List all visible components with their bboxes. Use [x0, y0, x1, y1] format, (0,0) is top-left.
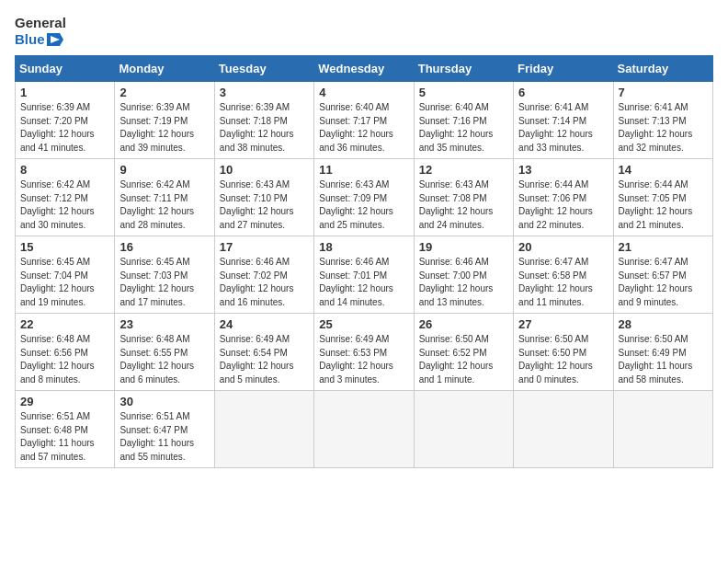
- day-number: 10: [220, 163, 309, 177]
- day-info: Sunrise: 6:42 AMSunset: 7:12 PMDaylight:…: [20, 178, 109, 232]
- page-header: General Blue: [15, 15, 713, 48]
- day-number: 27: [518, 317, 608, 331]
- day-number: 11: [319, 163, 408, 177]
- calendar-day-cell: 26Sunrise: 6:50 AMSunset: 6:52 PMDayligh…: [414, 314, 513, 391]
- calendar-table: SundayMondayTuesdayWednesdayThursdayFrid…: [15, 55, 713, 468]
- day-info: Sunrise: 6:49 AMSunset: 6:53 PMDaylight:…: [319, 333, 408, 386]
- day-info: Sunrise: 6:48 AMSunset: 6:56 PMDaylight:…: [20, 333, 109, 386]
- day-info: Sunrise: 6:46 AMSunset: 7:01 PMDaylight:…: [319, 256, 408, 309]
- calendar-day-cell: 22Sunrise: 6:48 AMSunset: 6:56 PMDayligh…: [16, 314, 115, 391]
- day-number: 17: [220, 240, 309, 254]
- day-number: 24: [220, 317, 309, 331]
- day-info: Sunrise: 6:51 AMSunset: 6:48 PMDaylight:…: [20, 410, 109, 464]
- day-info: Sunrise: 6:46 AMSunset: 7:00 PMDaylight:…: [419, 256, 508, 309]
- calendar-day-cell: 14Sunrise: 6:44 AMSunset: 7:05 PMDayligh…: [613, 159, 712, 236]
- day-number: 12: [419, 163, 508, 177]
- calendar-week-row: 1Sunrise: 6:39 AMSunset: 7:20 PMDaylight…: [16, 82, 713, 159]
- day-number: 1: [20, 86, 109, 99]
- weekday-header-sunday: Sunday: [16, 56, 115, 82]
- calendar-day-cell: [314, 391, 414, 468]
- calendar-day-cell: 10Sunrise: 6:43 AMSunset: 7:10 PMDayligh…: [214, 159, 313, 236]
- day-number: 18: [319, 240, 408, 254]
- calendar-day-cell: 3Sunrise: 6:39 AMSunset: 7:18 PMDaylight…: [214, 82, 313, 159]
- calendar-day-cell: 15Sunrise: 6:45 AMSunset: 7:04 PMDayligh…: [16, 236, 115, 314]
- calendar-day-cell: 16Sunrise: 6:45 AMSunset: 7:03 PMDayligh…: [115, 236, 214, 314]
- day-number: 25: [319, 317, 408, 331]
- calendar-day-cell: 21Sunrise: 6:47 AMSunset: 6:57 PMDayligh…: [613, 236, 712, 314]
- weekday-header-saturday: Saturday: [613, 56, 712, 82]
- day-number: 20: [518, 240, 608, 254]
- day-info: Sunrise: 6:43 AMSunset: 7:09 PMDaylight:…: [319, 178, 408, 232]
- calendar-day-cell: 19Sunrise: 6:46 AMSunset: 7:00 PMDayligh…: [414, 236, 513, 314]
- day-info: Sunrise: 6:40 AMSunset: 7:17 PMDaylight:…: [319, 101, 408, 155]
- day-number: 9: [119, 163, 209, 177]
- day-number: 28: [619, 317, 708, 331]
- calendar-day-cell: 27Sunrise: 6:50 AMSunset: 6:50 PMDayligh…: [514, 314, 613, 391]
- weekday-header-thursday: Thursday: [414, 56, 513, 82]
- day-number: 6: [518, 86, 608, 99]
- day-number: 15: [20, 240, 109, 254]
- calendar-day-cell: 17Sunrise: 6:46 AMSunset: 7:02 PMDayligh…: [214, 236, 313, 314]
- logo-text: General Blue: [15, 15, 66, 48]
- calendar-day-cell: 30Sunrise: 6:51 AMSunset: 6:47 PMDayligh…: [115, 391, 214, 468]
- day-info: Sunrise: 6:39 AMSunset: 7:20 PMDaylight:…: [20, 101, 109, 155]
- day-info: Sunrise: 6:49 AMSunset: 6:54 PMDaylight:…: [220, 333, 309, 386]
- calendar-day-cell: [214, 391, 313, 468]
- day-number: 19: [419, 240, 508, 254]
- day-info: Sunrise: 6:44 AMSunset: 7:06 PMDaylight:…: [518, 178, 608, 232]
- day-info: Sunrise: 6:45 AMSunset: 7:04 PMDaylight:…: [20, 256, 109, 309]
- calendar-day-cell: 9Sunrise: 6:42 AMSunset: 7:11 PMDaylight…: [115, 159, 214, 236]
- day-info: Sunrise: 6:48 AMSunset: 6:55 PMDaylight:…: [119, 333, 209, 386]
- day-info: Sunrise: 6:40 AMSunset: 7:16 PMDaylight:…: [419, 101, 508, 155]
- weekday-header-friday: Friday: [514, 56, 613, 82]
- day-number: 30: [119, 395, 209, 408]
- day-number: 29: [20, 395, 109, 408]
- day-info: Sunrise: 6:46 AMSunset: 7:02 PMDaylight:…: [220, 256, 309, 309]
- day-info: Sunrise: 6:41 AMSunset: 7:13 PMDaylight:…: [619, 101, 708, 155]
- day-number: 4: [319, 86, 408, 99]
- calendar-day-cell: 11Sunrise: 6:43 AMSunset: 7:09 PMDayligh…: [314, 159, 414, 236]
- calendar-day-cell: 29Sunrise: 6:51 AMSunset: 6:48 PMDayligh…: [16, 391, 115, 468]
- calendar-day-cell: 25Sunrise: 6:49 AMSunset: 6:53 PMDayligh…: [314, 314, 414, 391]
- weekday-header-monday: Monday: [115, 56, 214, 82]
- day-number: 2: [119, 86, 209, 99]
- day-number: 22: [20, 317, 109, 331]
- calendar-day-cell: 20Sunrise: 6:47 AMSunset: 6:58 PMDayligh…: [514, 236, 613, 314]
- calendar-day-cell: 7Sunrise: 6:41 AMSunset: 7:13 PMDaylight…: [613, 82, 712, 159]
- logo-arrow-icon: [47, 33, 63, 46]
- calendar-day-cell: 24Sunrise: 6:49 AMSunset: 6:54 PMDayligh…: [214, 314, 313, 391]
- day-number: 7: [619, 86, 708, 99]
- calendar-week-row: 8Sunrise: 6:42 AMSunset: 7:12 PMDaylight…: [16, 159, 713, 236]
- day-number: 23: [119, 317, 209, 331]
- calendar-day-cell: 18Sunrise: 6:46 AMSunset: 7:01 PMDayligh…: [314, 236, 414, 314]
- day-number: 8: [20, 163, 109, 177]
- day-info: Sunrise: 6:50 AMSunset: 6:50 PMDaylight:…: [518, 333, 608, 386]
- calendar-week-row: 22Sunrise: 6:48 AMSunset: 6:56 PMDayligh…: [16, 314, 713, 391]
- day-number: 13: [518, 163, 608, 177]
- calendar-day-cell: 12Sunrise: 6:43 AMSunset: 7:08 PMDayligh…: [414, 159, 513, 236]
- day-info: Sunrise: 6:45 AMSunset: 7:03 PMDaylight:…: [119, 256, 209, 309]
- day-number: 3: [220, 86, 309, 99]
- calendar-day-cell: 13Sunrise: 6:44 AMSunset: 7:06 PMDayligh…: [514, 159, 613, 236]
- day-info: Sunrise: 6:41 AMSunset: 7:14 PMDaylight:…: [518, 101, 608, 155]
- calendar-week-row: 15Sunrise: 6:45 AMSunset: 7:04 PMDayligh…: [16, 236, 713, 314]
- day-info: Sunrise: 6:43 AMSunset: 7:10 PMDaylight:…: [220, 178, 309, 232]
- day-number: 21: [619, 240, 708, 254]
- day-info: Sunrise: 6:39 AMSunset: 7:19 PMDaylight:…: [119, 101, 209, 155]
- day-info: Sunrise: 6:50 AMSunset: 6:52 PMDaylight:…: [419, 333, 508, 386]
- day-info: Sunrise: 6:51 AMSunset: 6:47 PMDaylight:…: [119, 410, 209, 464]
- calendar-day-cell: 6Sunrise: 6:41 AMSunset: 7:14 PMDaylight…: [514, 82, 613, 159]
- day-number: 14: [619, 163, 708, 177]
- calendar-day-cell: 8Sunrise: 6:42 AMSunset: 7:12 PMDaylight…: [16, 159, 115, 236]
- weekday-header-tuesday: Tuesday: [214, 56, 313, 82]
- calendar-day-cell: 4Sunrise: 6:40 AMSunset: 7:17 PMDaylight…: [314, 82, 414, 159]
- calendar-week-row: 29Sunrise: 6:51 AMSunset: 6:48 PMDayligh…: [16, 391, 713, 468]
- calendar-day-cell: [613, 391, 712, 468]
- calendar-day-cell: [514, 391, 613, 468]
- day-info: Sunrise: 6:39 AMSunset: 7:18 PMDaylight:…: [220, 101, 309, 155]
- day-info: Sunrise: 6:50 AMSunset: 6:49 PMDaylight:…: [619, 333, 708, 386]
- day-info: Sunrise: 6:47 AMSunset: 6:57 PMDaylight:…: [619, 256, 708, 309]
- day-number: 16: [119, 240, 209, 254]
- day-info: Sunrise: 6:42 AMSunset: 7:11 PMDaylight:…: [119, 178, 209, 232]
- day-number: 5: [419, 86, 508, 99]
